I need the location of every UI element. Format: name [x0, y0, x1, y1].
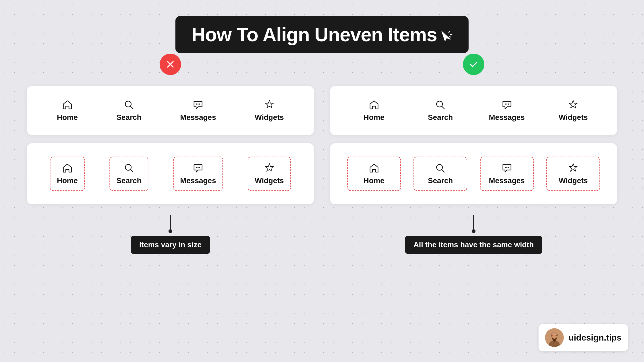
- nav-item-widgets-bad-2: Widgets: [248, 157, 291, 191]
- widgets-label-good-2: Widgets: [559, 176, 588, 185]
- nav-item-search-good-2: Search: [414, 157, 467, 191]
- home-icon-good-2: [368, 162, 380, 174]
- nav-item-messages-bad-1: Messages: [180, 99, 216, 122]
- home-icon: [62, 99, 73, 110]
- messages-label-bad-1: Messages: [180, 113, 216, 122]
- good-card-1: Home Search Messages: [330, 86, 617, 135]
- good-column: Home Search Messages: [330, 54, 617, 254]
- nav-item-search-bad-2: Search: [109, 157, 148, 191]
- nav-item-widgets-good-2: Widgets: [546, 157, 600, 191]
- check-icon: [468, 59, 479, 70]
- svg-point-14: [508, 104, 509, 105]
- messages-icon: [192, 99, 204, 110]
- good-callout-wrapper: All the items have the same width: [330, 215, 617, 254]
- svg-point-6: [199, 104, 200, 105]
- search-icon-good: [435, 99, 446, 110]
- svg-point-18: [508, 167, 509, 168]
- bad-status-circle: [160, 54, 181, 75]
- callout-dot-good: [472, 229, 475, 233]
- messages-label-bad-2: Messages: [180, 176, 216, 185]
- search-icon-good-2: [435, 162, 446, 174]
- nav-item-search-good-1: Search: [416, 99, 464, 122]
- good-callout-box: All the items have the same width: [405, 236, 542, 254]
- home-label-bad-2: Home: [57, 176, 78, 185]
- watermark-text: uidesign.tips: [569, 333, 621, 343]
- svg-point-9: [197, 167, 199, 168]
- svg-point-13: [506, 104, 507, 105]
- nav-item-widgets-bad-1: Widgets: [255, 99, 284, 122]
- svg-point-8: [196, 167, 197, 168]
- callout-dot-bad: [169, 229, 172, 233]
- nav-item-search-bad-1: Search: [116, 99, 141, 122]
- nav-item-messages-good-1: Messages: [483, 99, 531, 122]
- svg-point-11: [437, 101, 442, 107]
- widgets-label-good-1: Widgets: [559, 113, 588, 122]
- search-icon-2: [123, 162, 135, 174]
- bad-callout-box: Items vary in size: [131, 236, 210, 254]
- home-label-good-1: Home: [364, 113, 385, 122]
- messages-icon-2: [192, 162, 204, 174]
- bad-card-1: Home Search Messages: [27, 86, 314, 135]
- messages-icon-good: [501, 99, 513, 110]
- widgets-icon: [264, 99, 275, 110]
- svg-point-16: [505, 167, 506, 168]
- svg-point-7: [125, 164, 131, 170]
- callout-line-good: [473, 215, 474, 231]
- svg-point-10: [199, 167, 200, 168]
- good-status-circle: [463, 54, 484, 75]
- good-card-2: Home Search Messages: [330, 143, 617, 204]
- nav-item-home-bad-2: Home: [50, 157, 85, 191]
- widgets-icon-good-2: [568, 162, 579, 174]
- columns-wrapper: Home Search Messages: [27, 54, 617, 254]
- main-title: How To Align Uneven Items: [191, 24, 437, 46]
- watermark: uidesign.tips: [539, 324, 628, 351]
- nav-item-home-good-1: Home: [350, 99, 398, 122]
- svg-point-5: [197, 104, 199, 105]
- nav-item-widgets-good-1: Widgets: [549, 99, 597, 122]
- widgets-label-bad-1: Widgets: [255, 113, 284, 122]
- svg-point-15: [437, 164, 442, 170]
- nav-item-messages-good-2: Messages: [480, 157, 534, 191]
- x-icon: [165, 59, 176, 70]
- avatar-image: [545, 328, 564, 347]
- avatar: [545, 328, 564, 347]
- bad-column: Home Search Messages: [27, 54, 314, 254]
- widgets-label-bad-2: Widgets: [255, 176, 284, 185]
- home-icon-2: [62, 162, 73, 174]
- messages-label-good-1: Messages: [489, 113, 525, 122]
- svg-point-12: [505, 104, 506, 105]
- svg-point-3: [125, 101, 131, 107]
- svg-point-4: [196, 104, 197, 105]
- home-label-good-2: Home: [364, 176, 385, 185]
- cursor-icon: [440, 30, 453, 43]
- search-label-good-2: Search: [428, 176, 453, 185]
- nav-item-messages-bad-2: Messages: [173, 157, 223, 191]
- messages-icon-good-2: [501, 162, 513, 174]
- callout-line-bad: [170, 215, 171, 231]
- svg-line-2: [449, 36, 451, 37]
- bad-callout-wrapper: Items vary in size: [27, 215, 314, 254]
- bad-card-2: Home Search Messages: [27, 143, 314, 204]
- widgets-icon-2: [264, 162, 275, 174]
- svg-line-0: [449, 31, 450, 32]
- search-icon: [123, 99, 135, 110]
- search-label-bad-2: Search: [116, 176, 141, 185]
- search-label-good-1: Search: [428, 113, 453, 122]
- nav-item-home-bad-1: Home: [57, 99, 78, 122]
- home-label-bad-1: Home: [57, 113, 78, 122]
- messages-label-good-2: Messages: [489, 176, 525, 185]
- title-banner: How To Align Uneven Items: [175, 16, 469, 53]
- nav-item-home-good-2: Home: [347, 157, 401, 191]
- search-label-bad-1: Search: [116, 113, 141, 122]
- home-icon-good: [368, 99, 380, 110]
- widgets-icon-good: [568, 99, 579, 110]
- svg-point-17: [506, 167, 507, 168]
